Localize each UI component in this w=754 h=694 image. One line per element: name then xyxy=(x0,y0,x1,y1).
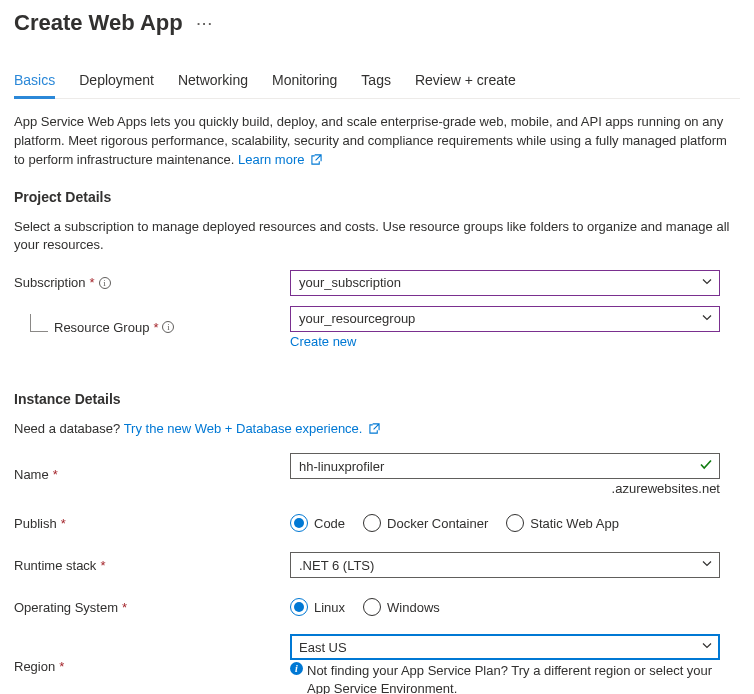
resource-group-value: your_resourcegroup xyxy=(299,311,415,326)
required-marker: * xyxy=(100,558,105,573)
chevron-down-icon xyxy=(701,275,713,290)
info-icon[interactable]: i xyxy=(99,277,111,289)
name-input[interactable]: hh-linuxprofiler xyxy=(290,453,720,479)
region-label: Region * xyxy=(14,659,290,674)
tab-tags[interactable]: Tags xyxy=(361,66,391,98)
publish-radio-static[interactable]: Static Web App xyxy=(506,514,619,532)
radio-icon xyxy=(290,514,308,532)
project-details-desc: Select a subscription to manage deployed… xyxy=(14,218,740,254)
learn-more-label: Learn more xyxy=(238,152,304,167)
page-title-text: Create Web App xyxy=(14,10,183,36)
os-label: Operating System * xyxy=(14,600,290,615)
chevron-down-icon xyxy=(701,640,713,655)
more-actions-icon[interactable]: ··· xyxy=(197,16,214,31)
subscription-select[interactable]: your_subscription xyxy=(290,270,720,296)
chevron-down-icon xyxy=(701,558,713,573)
web-database-link[interactable]: Try the new Web + Database experience. xyxy=(124,421,380,436)
tab-bar: Basics Deployment Networking Monitoring … xyxy=(14,66,740,99)
required-marker: * xyxy=(122,600,127,615)
runtime-select[interactable]: .NET 6 (LTS) xyxy=(290,552,720,578)
os-radio-group: Linux Windows xyxy=(290,598,720,616)
project-details-heading: Project Details xyxy=(14,189,740,205)
publish-radio-docker[interactable]: Docker Container xyxy=(363,514,488,532)
tab-review-create[interactable]: Review + create xyxy=(415,66,516,98)
check-icon xyxy=(699,458,713,475)
subscription-label: Subscription * i xyxy=(14,275,290,290)
intro-body: App Service Web Apps lets you quickly bu… xyxy=(14,114,727,167)
instance-details-heading: Instance Details xyxy=(14,391,740,407)
tab-networking[interactable]: Networking xyxy=(178,66,248,98)
publish-radio-group: Code Docker Container Static Web App xyxy=(290,514,720,532)
publish-label: Publish * xyxy=(14,516,290,531)
external-link-icon xyxy=(311,152,322,171)
page-title: Create Web App ··· xyxy=(14,10,740,36)
os-radio-linux[interactable]: Linux xyxy=(290,598,345,616)
required-marker: * xyxy=(59,659,64,674)
db-prompt: Need a database? Try the new Web + Datab… xyxy=(14,420,740,439)
radio-icon xyxy=(363,514,381,532)
tab-monitoring[interactable]: Monitoring xyxy=(272,66,337,98)
domain-suffix: .azurewebsites.net xyxy=(290,481,720,496)
required-marker: * xyxy=(53,467,58,482)
required-marker: * xyxy=(61,516,66,531)
info-icon[interactable]: i xyxy=(162,321,174,333)
runtime-value: .NET 6 (LTS) xyxy=(299,558,374,573)
chevron-down-icon xyxy=(701,311,713,326)
resource-group-select[interactable]: your_resourcegroup xyxy=(290,306,720,332)
runtime-label: Runtime stack * xyxy=(14,558,290,573)
region-helper-text: Not finding your App Service Plan? Try a… xyxy=(307,662,720,694)
region-select[interactable]: East US xyxy=(290,634,720,660)
os-radio-windows[interactable]: Windows xyxy=(363,598,440,616)
tree-elbow-icon xyxy=(30,314,48,332)
radio-icon xyxy=(290,598,308,616)
name-label: Name * xyxy=(14,467,290,482)
required-marker: * xyxy=(90,275,95,290)
tab-basics[interactable]: Basics xyxy=(14,66,55,99)
name-value: hh-linuxprofiler xyxy=(299,459,384,474)
external-link-icon xyxy=(369,421,380,439)
required-marker: * xyxy=(153,320,158,335)
info-blue-icon: i xyxy=(290,662,303,675)
tab-deployment[interactable]: Deployment xyxy=(79,66,154,98)
create-new-link[interactable]: Create new xyxy=(290,334,356,349)
radio-icon xyxy=(363,598,381,616)
region-value: East US xyxy=(299,640,347,655)
intro-text: App Service Web Apps lets you quickly bu… xyxy=(14,113,740,171)
learn-more-link[interactable]: Learn more xyxy=(238,152,322,167)
web-database-link-label: Try the new Web + Database experience. xyxy=(124,421,363,436)
resource-group-label: Resource Group * i xyxy=(14,320,290,335)
publish-radio-code[interactable]: Code xyxy=(290,514,345,532)
radio-icon xyxy=(506,514,524,532)
subscription-value: your_subscription xyxy=(299,275,401,290)
